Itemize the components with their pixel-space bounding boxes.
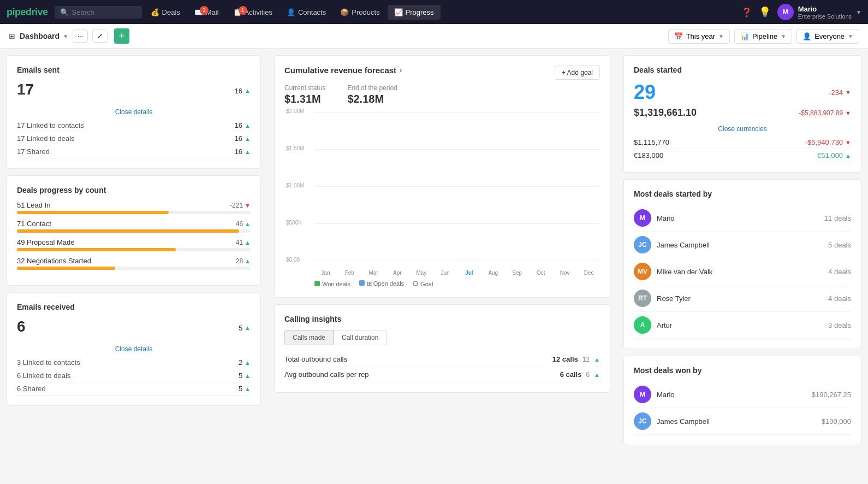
cumulative-revenue-card: Cumulative revenue forecast › + Add goal…	[274, 55, 610, 298]
emails-received-card: Emails received 6 5 ▲ Close details 3 Li…	[7, 292, 261, 406]
won-avatar-james: JC	[634, 412, 651, 430]
emails-sent-row-0: 17 Linked to contacts 16▲	[17, 119, 251, 132]
close-currencies-link[interactable]: Close currencies	[634, 122, 851, 136]
nav-activities[interactable]: 📋 Activities 1	[227, 5, 279, 20]
pipeline-icon: 📊	[740, 32, 749, 40]
person-icon: 👤	[802, 32, 811, 40]
right-column: Deals started 29 -234 ▼ $1,319,661.10 -$…	[617, 49, 868, 484]
deals-started-count-change: -234 ▼	[829, 88, 851, 97]
deals-started-count: 29	[634, 81, 656, 104]
month-label-sep: Sep	[506, 270, 528, 276]
month-label-may: May	[410, 270, 432, 276]
progress-item-3: 32 Negotiations Started 28 ▲	[17, 257, 251, 270]
add-goal-button[interactable]: + Add goal	[555, 66, 600, 80]
nav-products-label: Products	[352, 8, 379, 16]
emails-received-close-link[interactable]: Close details	[17, 342, 251, 356]
nav-progress[interactable]: 📈 Progress	[388, 5, 441, 20]
app-logo: pipedrive	[7, 7, 48, 18]
nav-contacts[interactable]: 👤 Contacts	[280, 5, 332, 20]
dashboard-header: ⊞ Dashboard ▼ ··· ⤢ + 📅 This year ▼ 📊 Pi…	[0, 24, 868, 49]
search-box[interactable]: 🔍	[55, 6, 142, 19]
period-chevron-icon: ▼	[718, 33, 724, 39]
emails-received-row-1: 6 Linked to deals 5▲	[17, 369, 251, 382]
contacts-icon: 👤	[287, 8, 295, 16]
legend-won: Won deals	[314, 281, 350, 287]
user-menu[interactable]: M Mario Enterprise Solutions ▼	[777, 4, 861, 20]
current-status-stat: Current status $1.31M	[284, 84, 325, 105]
period-filter-button[interactable]: 📅 This year ▼	[668, 29, 730, 44]
forecast-status: Current status $1.31M End of the period …	[284, 84, 600, 105]
calling-row-1: Avg outbound calls per rep 6 calls 6 ▲	[284, 367, 600, 382]
user-subtitle: Enterprise Solutions	[798, 13, 852, 20]
pipeline-chevron-icon: ▼	[781, 33, 786, 39]
chart-legend: Won deals ⊞ Open deals Goal	[284, 276, 600, 287]
lightbulb-icon[interactable]: 💡	[759, 6, 771, 18]
deals-icon: 💰	[151, 8, 159, 16]
arrow-up-icon: ▲	[594, 371, 600, 378]
month-label-aug: Aug	[482, 270, 504, 276]
pipeline-filter-label: Pipeline	[752, 32, 777, 40]
revenue-chart: $2.00M $1.50M $1.00M $500K $0.00 JanFebM…	[284, 112, 600, 276]
progress-item-1: 71 Contact 46 ▲	[17, 220, 251, 233]
middle-column: Cumulative revenue forecast › + Add goal…	[267, 49, 617, 484]
most-deals-started-list: M Mario 11 deals JC James Campbell 5 dea…	[634, 205, 851, 339]
emails-received-count: 6	[17, 318, 26, 335]
calling-insights-rows: Total outbound calls 12 calls 12 ▲ Avg o…	[284, 352, 600, 382]
progress-item-2: 49 Proposal Made 41 ▲	[17, 238, 251, 251]
nav-activities-label: Activities	[245, 8, 272, 16]
emails-received-rows: 3 Linked to contacts 2▲ 6 Linked to deal…	[17, 356, 251, 396]
month-label-mar: Mar	[362, 270, 385, 276]
person-row-artur: A Artur 3 deals	[634, 312, 851, 339]
deals-started-amount-change: -$5,883,907.89 ▼	[799, 109, 851, 117]
month-label-nov: Nov	[554, 270, 576, 276]
activities-badge: 1	[239, 6, 247, 15]
nav-mail[interactable]: ✉️ Mail 1	[188, 5, 225, 20]
arrow-up-icon: ▲	[245, 258, 251, 264]
nav-products[interactable]: 📦 Products	[334, 5, 386, 20]
calling-tabs: Calls made Call duration	[284, 330, 600, 345]
tab-calls-made[interactable]: Calls made	[284, 330, 334, 345]
person-avatar-artur: A	[634, 316, 651, 334]
arrow-up-icon: ▲	[245, 221, 251, 227]
person-row-james: JC James Campbell 5 deals	[634, 232, 851, 258]
pipeline-filter-button[interactable]: 📊 Pipeline ▼	[734, 29, 792, 44]
end-period-stat: End of the period $2.18M	[347, 84, 397, 105]
emails-sent-rows: 17 Linked to contacts 16▲ 17 Linked to d…	[17, 119, 251, 158]
help-icon[interactable]: ❓	[741, 7, 752, 17]
add-widget-button[interactable]: +	[114, 28, 129, 44]
person-avatar-james: JC	[634, 236, 651, 253]
nav-deals[interactable]: 💰 Deals	[144, 5, 187, 20]
person-filter-button[interactable]: 👤 Everyone ▼	[796, 29, 859, 44]
left-column: Emails sent 17 16 ▲ Close details 17 Lin…	[0, 49, 267, 484]
emails-sent-close-link[interactable]: Close details	[17, 105, 251, 119]
forecast-link[interactable]: ›	[400, 66, 402, 74]
calling-row-0: Total outbound calls 12 calls 12 ▲	[284, 352, 600, 367]
calling-insights-title: Calling insights	[284, 315, 600, 323]
more-options-button[interactable]: ···	[73, 29, 88, 43]
dashboard-title: Dashboard ▼	[20, 32, 68, 40]
tab-call-duration[interactable]: Call duration	[334, 330, 387, 345]
most-deals-started-title: Most deals started by	[634, 190, 851, 198]
logo-text: pipedrive	[7, 7, 48, 17]
search-input[interactable]	[72, 8, 127, 16]
month-label-dec: Dec	[578, 270, 600, 276]
arrow-up-icon: ▲	[845, 152, 851, 159]
legend-open: ⊞ Open deals	[359, 280, 404, 287]
most-deals-started-card: Most deals started by M Mario 11 deals J…	[623, 179, 861, 349]
person-row-mike: MV Mike van der Valk 4 deals	[634, 258, 851, 285]
arrow-down-icon: ▼	[245, 202, 251, 209]
month-label-jun: Jun	[434, 270, 456, 276]
legend-goal: Goal	[413, 281, 433, 287]
dashboard-title-text: Dashboard	[20, 32, 60, 40]
emails-sent-row-1: 17 Linked to deals 16▲	[17, 132, 251, 145]
emails-received-trend-icon: ▲	[245, 324, 251, 331]
emails-sent-card: Emails sent 17 16 ▲ Close details 17 Lin…	[7, 55, 261, 169]
expand-button[interactable]: ⤢	[92, 29, 108, 43]
arrow-up-icon: ▲	[245, 239, 251, 246]
nav-right: ❓ 💡 M Mario Enterprise Solutions ▼	[741, 4, 861, 20]
user-chevron-icon: ▼	[856, 9, 861, 15]
most-deals-won-list: M Mario $190,267.25 JC James Campbell $1…	[634, 381, 851, 435]
deals-started-card: Deals started 29 -234 ▼ $1,319,661.10 -$…	[623, 55, 861, 173]
emails-sent-count: 17	[17, 81, 34, 98]
deals-progress-card: Deals progress by count 51 Lead In -221 …	[7, 175, 261, 286]
